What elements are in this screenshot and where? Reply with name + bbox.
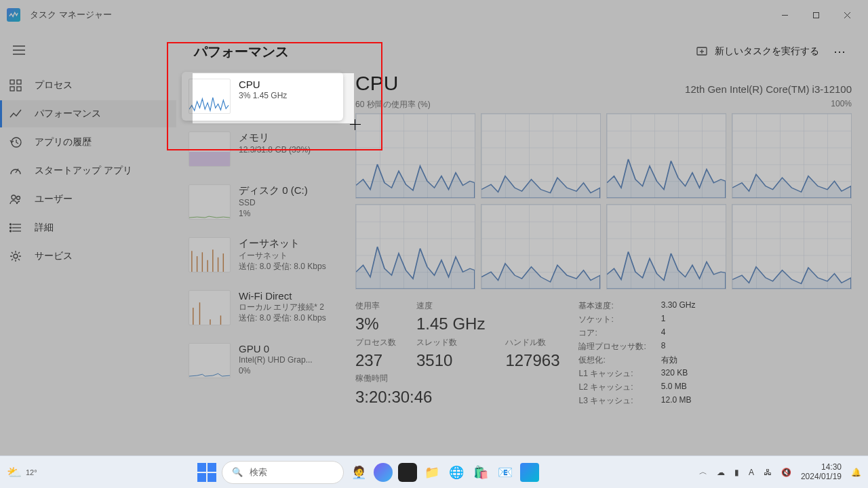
- detail-title: CPU: [355, 72, 398, 95]
- hamburger-icon[interactable]: [5, 37, 33, 64]
- nav-services[interactable]: サービス: [0, 243, 176, 270]
- titlebar: タスク マネージャー: [0, 0, 868, 30]
- explorer-icon[interactable]: 📁: [422, 463, 441, 482]
- prop-val: 12.0 MB: [661, 395, 696, 407]
- nav-label: アプリの履歴: [35, 136, 92, 148]
- perf-title: イーサネット: [239, 237, 326, 250]
- close-button[interactable]: [831, 4, 863, 26]
- taskbar-app-icon[interactable]: [398, 463, 417, 482]
- notifications-icon[interactable]: 🔔: [851, 468, 861, 477]
- grid-icon: [9, 79, 22, 92]
- cpu-core-chart: [355, 113, 475, 199]
- app-icon: [7, 8, 20, 22]
- clock[interactable]: 14:30 2024/01/19: [801, 463, 842, 482]
- outlook-icon[interactable]: 📧: [496, 463, 515, 482]
- cloud-icon: ⛅: [7, 465, 22, 480]
- stat-value: 3%: [355, 314, 396, 333]
- nav-app-history[interactable]: アプリの履歴: [0, 129, 176, 156]
- cpu-chart-grid: [355, 113, 852, 289]
- prop-key: 論理プロセッサ数:: [578, 341, 646, 352]
- users-icon: [9, 192, 22, 206]
- svg-point-20: [10, 230, 12, 232]
- ethernet-thumb: [189, 237, 231, 272]
- start-button[interactable]: [197, 463, 216, 482]
- minimize-button[interactable]: [769, 4, 800, 26]
- tray-chevron-icon[interactable]: ︿: [699, 466, 707, 478]
- gear-icon: [9, 249, 22, 263]
- perf-title: メモリ: [239, 131, 311, 144]
- maximize-button[interactable]: [800, 4, 831, 26]
- tray-item[interactable]: ▮: [734, 468, 739, 477]
- perf-sub: Intel(R) UHD Grap... 0%: [239, 354, 313, 376]
- nav-details[interactable]: 詳細: [0, 214, 176, 241]
- cpu-properties: 基本速度:3.30 GHz ソケット:1 コア:4 論理プロセッサ数:8 仮想化…: [578, 300, 695, 407]
- perf-item-ethernet[interactable]: イーサネットイーサネット 送信: 8.0 受信: 8.0 Kbps: [182, 230, 343, 279]
- content-header: パフォーマンス 新しいタスクを実行する ⋯: [182, 38, 852, 65]
- prop-val: 有効: [661, 354, 696, 366]
- perf-item-disk[interactable]: ディスク 0 (C:)SSD 1%: [182, 178, 343, 226]
- chart-sublabel-right: 100%: [831, 99, 852, 110]
- cpu-model: 12th Gen Intel(R) Core(TM) i3-12100: [685, 83, 852, 95]
- weather-temp: 12°: [26, 468, 37, 476]
- svg-point-13: [12, 195, 16, 199]
- perf-item-wifi[interactable]: Wi-Fi Directローカル エリア接続* 2 送信: 8.0 受信: 8.…: [182, 283, 343, 332]
- prop-key: 基本速度:: [578, 300, 646, 312]
- nav-label: ユーザー: [35, 193, 73, 205]
- chrome-icon[interactable]: 🌐: [447, 463, 466, 482]
- new-task-label: 新しいタスクを実行する: [715, 45, 819, 58]
- nav-processes[interactable]: プロセス: [0, 72, 176, 99]
- performance-list: CPU3% 1.45 GHz メモリ12.3/31.8 GB (39%) ディス…: [182, 72, 343, 488]
- stat-label: 使用率: [355, 300, 396, 312]
- taskbar-app-icon[interactable]: 🧑‍💼: [349, 463, 368, 482]
- nav-performance[interactable]: パフォーマンス: [0, 100, 176, 127]
- volume-icon[interactable]: 🔇: [781, 468, 791, 477]
- system-tray: ︿ ☁ ▮ A 🖧 🔇 14:30 2024/01/19 🔔: [699, 463, 861, 482]
- prop-val: 3.30 GHz: [661, 300, 696, 312]
- store-icon[interactable]: 🛍️: [471, 463, 490, 482]
- date: 2024/01/19: [801, 472, 842, 482]
- list-icon: [9, 221, 22, 235]
- chart-icon: [9, 107, 22, 121]
- new-task-button[interactable]: 新しいタスクを実行する: [696, 45, 819, 59]
- history-icon: [9, 136, 22, 149]
- stat-value: 237: [355, 351, 396, 370]
- svg-point-21: [14, 254, 18, 258]
- perf-sub: イーサネット 送信: 8.0 受信: 8.0 Kbps: [239, 250, 326, 272]
- stat-label: ハンドル数: [505, 337, 559, 348]
- svg-rect-10: [17, 87, 21, 91]
- nav-users[interactable]: ユーザー: [0, 186, 176, 213]
- stat-label: 速度: [416, 300, 485, 312]
- svg-rect-27: [189, 152, 230, 166]
- taskmgr-icon[interactable]: [520, 463, 539, 482]
- cpu-core-chart: [481, 204, 601, 289]
- nav-startup[interactable]: スタートアップ アプリ: [0, 157, 176, 184]
- ime-icon[interactable]: A: [749, 468, 754, 477]
- perf-sub: 12.3/31.8 GB (39%): [239, 144, 311, 155]
- nav-label: プロセス: [35, 79, 73, 92]
- app-title: タスク マネージャー: [30, 9, 112, 21]
- svg-rect-1: [813, 12, 818, 18]
- speed-icon: [9, 164, 22, 178]
- prop-val: 4: [661, 327, 696, 339]
- cpu-core-chart: [481, 113, 601, 199]
- stat-value: 127963: [505, 351, 559, 370]
- nav-label: パフォーマンス: [35, 108, 101, 120]
- prop-key: ソケット:: [578, 314, 646, 325]
- weather-widget[interactable]: ⛅12°: [7, 465, 37, 480]
- prop-val: 1: [661, 314, 696, 325]
- perf-item-memory[interactable]: メモリ12.3/31.8 GB (39%): [182, 125, 343, 174]
- svg-rect-8: [17, 80, 21, 84]
- network-icon[interactable]: 🖧: [764, 468, 772, 477]
- stat-label: プロセス数: [355, 337, 396, 348]
- taskbar-app-icon[interactable]: [374, 463, 393, 482]
- onedrive-icon[interactable]: ☁: [717, 468, 725, 477]
- more-button[interactable]: ⋯: [829, 40, 852, 63]
- svg-rect-7: [10, 80, 14, 84]
- nav-label: 詳細: [35, 222, 54, 234]
- perf-item-gpu[interactable]: GPU 0Intel(R) UHD Grap... 0%: [182, 336, 343, 385]
- search-box[interactable]: 🔍検索: [222, 461, 344, 484]
- perf-title: CPU: [239, 79, 287, 90]
- prop-val: 8: [661, 341, 696, 352]
- perf-item-cpu[interactable]: CPU3% 1.45 GHz: [182, 72, 343, 121]
- search-placeholder: 検索: [250, 466, 267, 479]
